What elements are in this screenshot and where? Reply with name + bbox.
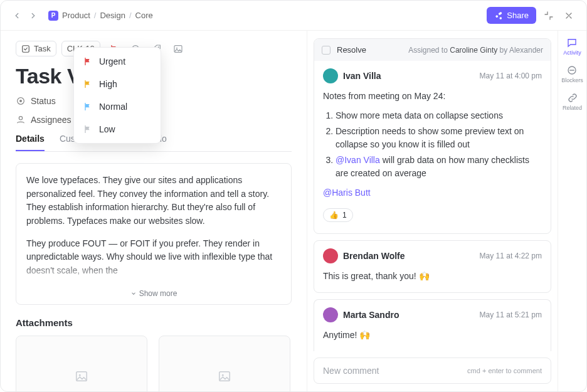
svg-rect-0 <box>23 45 29 52</box>
nav-forward-button[interactable] <box>27 9 40 22</box>
assigned-info: Assigned to Caroline Ginty by Alexander <box>408 46 543 55</box>
chevron-down-icon <box>130 290 137 297</box>
svg-point-7 <box>19 100 22 102</box>
reaction-chip[interactable]: 👍 1 <box>323 208 353 222</box>
attachment-placeholder[interactable] <box>159 336 290 391</box>
description-card: We love typefaces. They give our sites a… <box>16 163 292 305</box>
collapse-icon <box>544 11 554 21</box>
mention[interactable]: @Haris Butt <box>323 188 371 198</box>
breadcrumb: P Product / Design / Core <box>48 11 153 21</box>
rail-label: Activity <box>563 50 581 56</box>
comment-timestamp: May 11 at 4:22 pm <box>480 252 542 260</box>
priority-dropdown: Urgent High Normal Low <box>73 47 161 144</box>
comment-text: Notes from meeting on May 24: <box>323 90 542 103</box>
priority-label: High <box>99 79 117 89</box>
svg-rect-11 <box>219 371 230 381</box>
priority-label: Low <box>99 124 115 134</box>
flag-icon <box>83 102 93 112</box>
tab-details[interactable]: Details <box>16 134 45 151</box>
comment-list: Show more meta data on collapse sections… <box>323 109 542 180</box>
minimize-button[interactable] <box>541 8 556 23</box>
flag-icon <box>83 56 93 66</box>
rail-blockers[interactable]: Blockers <box>561 65 583 83</box>
comment-timestamp: May 11 at 5:21 pm <box>480 310 542 319</box>
close-button[interactable] <box>561 8 576 23</box>
thumbs-up-icon: 👍 <box>329 211 339 220</box>
resolve-checkbox[interactable] <box>322 46 331 55</box>
nav-back-button[interactable] <box>11 9 23 22</box>
user-icon <box>16 115 26 125</box>
breadcrumb-item[interactable]: Product <box>62 11 90 20</box>
rail-label: Blockers <box>561 77 583 83</box>
link-icon <box>567 92 578 103</box>
task-type-chip[interactable]: Task <box>16 41 56 56</box>
avatar <box>323 307 338 322</box>
priority-option-urgent[interactable]: Urgent <box>74 50 161 73</box>
image-icon <box>218 369 231 383</box>
status-label: Status <box>31 96 56 106</box>
blocked-icon <box>566 65 578 76</box>
comment-author[interactable]: Brendan Wolfe <box>343 251 405 261</box>
priority-option-normal[interactable]: Normal <box>74 95 161 118</box>
avatar <box>323 68 338 83</box>
close-icon <box>564 11 574 21</box>
flag-icon <box>83 79 93 89</box>
composer-hint: cmd + enter to comment <box>467 367 542 374</box>
list-item: @Ivan Villa will grab data on how many c… <box>336 154 542 180</box>
resolve-label: Resolve <box>337 45 366 55</box>
chevron-left-icon <box>13 11 21 20</box>
status-icon <box>16 96 26 106</box>
chevron-right-icon <box>29 11 38 20</box>
comment-text: Anytime! 🙌 <box>323 329 542 342</box>
priority-label: Normal <box>99 102 127 112</box>
description-para: We love typefaces. They give our sites a… <box>26 174 281 228</box>
comment-header: Resolve Assigned to Caroline Ginty by Al… <box>314 39 551 61</box>
share-button[interactable]: Share <box>487 7 536 24</box>
breadcrumb-item[interactable]: Core <box>135 11 153 20</box>
priority-label: Urgent <box>99 56 125 66</box>
new-comment-input[interactable]: New comment cmd + enter to comment <box>314 358 551 384</box>
comment-author[interactable]: Marta Sandro <box>343 310 399 320</box>
share-icon <box>494 11 503 20</box>
priority-option-low[interactable]: Low <box>74 118 161 140</box>
rail-label: Related <box>563 105 582 111</box>
comment-text: This is great, thank you! 🙌 <box>323 270 542 283</box>
attach-button[interactable] <box>172 43 184 55</box>
composer-placeholder: New comment <box>323 366 379 376</box>
attachment-placeholder[interactable] <box>16 336 147 391</box>
avatar <box>323 248 338 263</box>
svg-rect-9 <box>77 371 87 381</box>
svg-point-5 <box>176 47 177 48</box>
rail-activity[interactable]: Activity <box>563 37 581 56</box>
mention[interactable]: @Ivan Villa <box>336 155 380 165</box>
attachments-heading: Attachments <box>16 317 292 328</box>
image-icon <box>75 369 88 383</box>
svg-point-12 <box>222 374 224 376</box>
rail-related[interactable]: Related <box>563 92 582 111</box>
image-icon <box>173 44 183 54</box>
comment-icon <box>566 37 578 48</box>
product-icon: P <box>48 11 58 21</box>
list-item: Show more meta data on collapse sections <box>336 109 542 122</box>
comment-timestamp: May 11 at 4:00 pm <box>480 72 542 80</box>
svg-point-10 <box>79 374 81 376</box>
svg-point-8 <box>19 117 22 120</box>
task-type-label: Task <box>34 44 51 53</box>
priority-option-high[interactable]: High <box>74 73 161 95</box>
show-more-button[interactable]: Show more <box>26 287 281 300</box>
assignees-label: Assignees <box>31 115 71 125</box>
reaction-count: 1 <box>342 211 347 220</box>
breadcrumb-item[interactable]: Design <box>100 11 125 20</box>
svg-rect-4 <box>174 45 182 52</box>
share-button-label: Share <box>507 11 529 20</box>
flag-icon <box>83 124 93 134</box>
check-square-icon <box>21 45 30 53</box>
comment-author[interactable]: Ivan Villa <box>343 71 381 81</box>
list-item: Description needs to show some preview t… <box>336 125 542 151</box>
